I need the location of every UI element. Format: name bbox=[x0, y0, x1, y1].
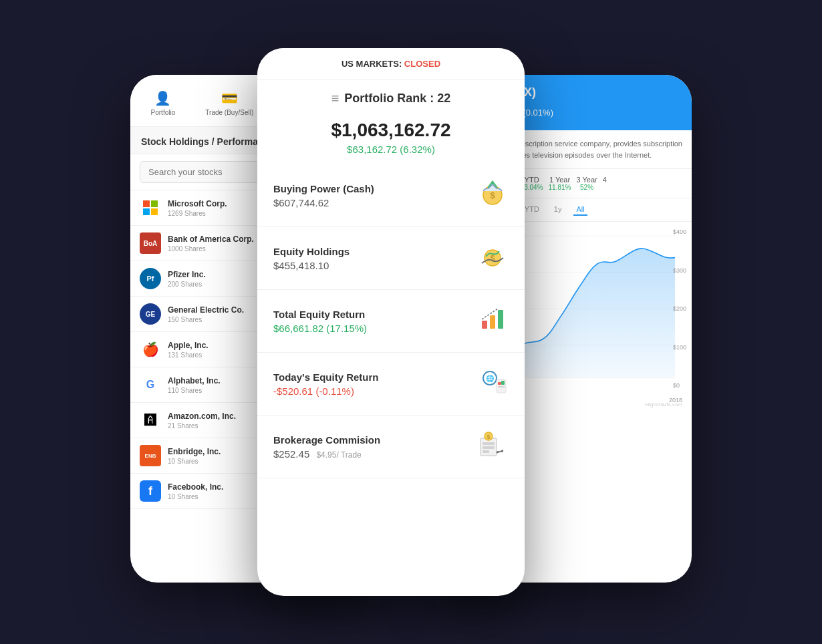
ge-logo-text: GE bbox=[146, 311, 155, 318]
svg-rect-16 bbox=[483, 450, 489, 453]
stat-equity-value: $455,418.10 bbox=[273, 260, 466, 271]
svg-rect-15 bbox=[483, 446, 495, 449]
stat-equity-content: Equity Holdings $455,418.10 bbox=[273, 246, 466, 271]
trade-icon: 💳 bbox=[221, 90, 238, 106]
stat-buying-power-content: Buying Power (Cash) $607,744.62 bbox=[273, 183, 466, 208]
pfe-logo-text: Pf bbox=[147, 275, 154, 283]
rank-icon: ≡ bbox=[331, 91, 339, 106]
logo-pfe: Pf bbox=[140, 268, 161, 289]
stat-buying-power: Buying Power (Cash) $607,744.62 $ bbox=[257, 164, 525, 227]
stat-buying-power-value: $607,744.62 bbox=[273, 197, 466, 208]
stat-buying-power-label: Buying Power (Cash) bbox=[273, 183, 466, 194]
highcharts-credit: Highcharts.com bbox=[645, 401, 682, 408]
stat-total-equity-value: $66,661.82 (17.15%) bbox=[273, 323, 466, 334]
portfolio-rank-label: Portfolio Rank : 22 bbox=[344, 92, 450, 106]
portfolio-icon: 👤 bbox=[154, 90, 171, 106]
stat-brokerage: Brokerage Commision $252.45 $4.95/ Trade… bbox=[257, 416, 525, 478]
stat-todays-equity-content: Today's Equity Return -$520.61 (-0.11%) bbox=[273, 371, 466, 397]
logo-amzn: 🅰 bbox=[140, 410, 161, 431]
aapl-logo-text: 🍎 bbox=[142, 341, 159, 357]
portfolio-value-section: $1,063,162.72 $63,162.72 (6.32%) bbox=[257, 117, 525, 158]
brokerage-sub: $4.95/ Trade bbox=[316, 450, 361, 460]
stat-total-equity-content: Total Equity Return $66,661.82 (17.15%) bbox=[273, 309, 466, 334]
stat-todays-equity: Today's Equity Return -$520.61 (-0.11%) … bbox=[257, 353, 525, 416]
bac-logo-text: BoA bbox=[144, 240, 158, 247]
svg-rect-12 bbox=[498, 386, 505, 387]
logo-msft bbox=[140, 197, 161, 218]
svg-text:$: $ bbox=[487, 434, 490, 440]
chart-label-200: $200 bbox=[673, 305, 686, 312]
total-equity-icon bbox=[476, 302, 509, 340]
svg-rect-6 bbox=[498, 310, 503, 329]
stat-brokerage-value: $252.45 $4.95/ Trade bbox=[273, 448, 466, 460]
chart-labels-y: $400 $300 $200 $100 $0 bbox=[673, 228, 686, 389]
svg-rect-10 bbox=[498, 382, 501, 385]
market-status: US MARKETS: CLOSED bbox=[257, 48, 525, 80]
market-status-label: US MARKETS: bbox=[341, 59, 402, 69]
svg-rect-14 bbox=[483, 442, 495, 445]
stat-brokerage-label: Brokerage Commision bbox=[273, 434, 466, 446]
buying-power-icon: $ bbox=[476, 176, 509, 214]
portfolio-gain: $63,162.72 (6.32%) bbox=[268, 144, 514, 155]
tab-trade-label: Trade (Buy/Sell) bbox=[205, 109, 253, 116]
stat-brokerage-content: Brokerage Commision $252.45 $4.95/ Trade bbox=[273, 434, 466, 460]
center-panel: US MARKETS: CLOSED ≡ Portfolio Rank : 22… bbox=[257, 48, 525, 596]
chart-label-100: $100 bbox=[673, 344, 686, 351]
market-status-value: CLOSED bbox=[404, 59, 440, 69]
stat-todays-equity-value: -$520.61 (-0.11%) bbox=[273, 385, 466, 397]
chart-tab-all[interactable]: All bbox=[573, 204, 587, 216]
chart-label-300: $300 bbox=[673, 267, 686, 274]
logo-aapl: 🍎 bbox=[140, 339, 161, 360]
stat-total-equity-label: Total Equity Return bbox=[273, 309, 466, 320]
stat-equity-holdings: Equity Holdings $455,418.10 $ bbox=[257, 227, 525, 290]
fb-logo-text: f bbox=[148, 484, 152, 498]
svg-text:🌐: 🌐 bbox=[486, 374, 495, 383]
time-filter-1y[interactable]: 1 Year 11.81% bbox=[549, 176, 571, 191]
tab-trade[interactable]: 💳 Trade (Buy/Sell) bbox=[200, 88, 259, 119]
tab-portfolio-label: Portfolio bbox=[151, 109, 176, 116]
time-filter-4[interactable]: 4 bbox=[603, 176, 607, 191]
todays-equity-icon: 🌐 bbox=[476, 365, 509, 403]
chart-label-0: $0 bbox=[673, 382, 686, 389]
logo-googl: G bbox=[140, 374, 161, 395]
svg-rect-5 bbox=[490, 315, 495, 329]
chart-label-400: $400 bbox=[673, 228, 686, 235]
googl-logo-text: G bbox=[146, 379, 154, 391]
svg-rect-11 bbox=[501, 381, 505, 385]
logo-bac: BoA bbox=[140, 232, 161, 254]
amzn-logo-text: 🅰 bbox=[144, 414, 156, 428]
svg-text:$: $ bbox=[490, 190, 495, 200]
chart-tab-ytd[interactable]: YTD bbox=[522, 204, 542, 216]
stat-todays-equity-label: Today's Equity Return bbox=[273, 371, 466, 383]
svg-rect-4 bbox=[482, 321, 487, 329]
logo-ge: GE bbox=[140, 303, 161, 325]
brokerage-icon: $ bbox=[476, 428, 509, 466]
stats-list: Buying Power (Cash) $607,744.62 $ Equity… bbox=[257, 158, 525, 485]
logo-enb: ENB bbox=[140, 445, 161, 466]
stat-total-equity: Total Equity Return $66,661.82 (17.15%) bbox=[257, 290, 525, 353]
portfolio-rank: ≡ Portfolio Rank : 22 bbox=[257, 80, 525, 117]
time-filter-3y[interactable]: 3 Year 52% bbox=[576, 176, 597, 191]
logo-fb: f bbox=[140, 480, 161, 502]
chart-tab-1y[interactable]: 1y bbox=[551, 204, 565, 216]
equity-icon: $ bbox=[476, 239, 509, 277]
stat-equity-label: Equity Holdings bbox=[273, 246, 466, 257]
enb-logo-text: ENB bbox=[145, 453, 156, 459]
tab-portfolio[interactable]: 👤 Portfolio bbox=[146, 88, 181, 119]
portfolio-total: $1,063,162.72 bbox=[268, 120, 514, 141]
